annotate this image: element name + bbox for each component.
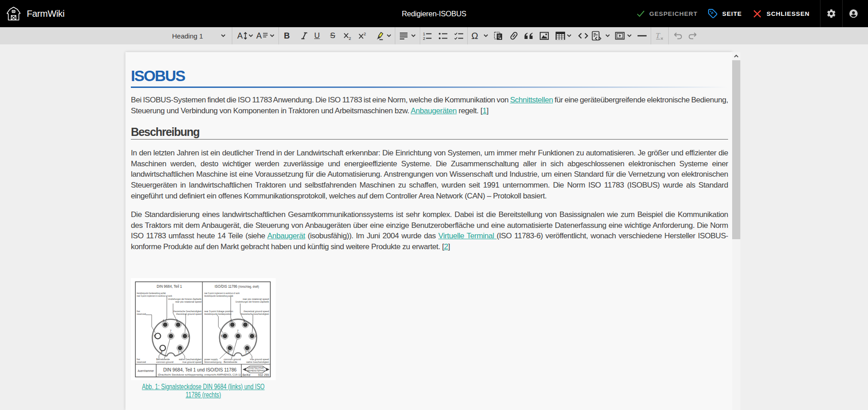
svg-text:3: 3 bbox=[176, 319, 178, 322]
svg-text:7: 7 bbox=[237, 329, 239, 333]
svg-text:ISO/DIS 11786: ISO/DIS 11786 bbox=[215, 284, 237, 289]
svg-text:common ground: common ground bbox=[224, 358, 241, 361]
svg-text:Betriebserde: Betriebserde bbox=[224, 361, 237, 363]
svg-text:true ground speed: true ground speed bbox=[182, 361, 201, 363]
svg-text:true ground speed: true ground speed bbox=[250, 358, 269, 361]
svg-text:2: 2 bbox=[349, 36, 351, 41]
svg-text:1: 1 bbox=[423, 32, 425, 36]
svg-text:T: T bbox=[656, 31, 661, 40]
svg-text:Heckdreipunkt-Geräteposition: Heckdreipunkt-Geräteposition bbox=[204, 313, 231, 315]
svg-text:Auernhammer: Auernhammer bbox=[138, 369, 154, 372]
svg-text:rear 3-point implement in-work: rear 3-point implement in-work/out of wo… bbox=[137, 294, 172, 297]
svg-text:4: 4 bbox=[163, 319, 164, 322]
svg-text:3: 3 bbox=[244, 319, 245, 322]
svg-text:5: 5 bbox=[154, 334, 156, 338]
svg-text:wahre Geschwindigkeit: wahre Geschwindigkeit bbox=[179, 358, 202, 361]
svg-text:wahre Geschwindigkeit: wahre Geschwindigkeit bbox=[246, 361, 269, 363]
svg-text:Umdrehungen der hinteren Zapfw: Umdrehungen der hinteren Zapfwelle bbox=[235, 300, 269, 303]
svg-text:Stromversorgung: Stromversorgung bbox=[204, 361, 221, 363]
svg-text:1: 1 bbox=[178, 351, 180, 354]
svg-text:2: 2 bbox=[364, 31, 366, 36]
svg-text:theoretische Geschwindigkeit: theoretische Geschwindigkeit bbox=[241, 313, 269, 315]
svg-text:reserved: reserved bbox=[137, 313, 146, 315]
svg-text:(Draufsicht Steckdose schlep: (Draufsicht Steckdose schlepperseitig; e… bbox=[158, 373, 241, 376]
svg-text:5: 5 bbox=[221, 334, 223, 338]
svg-text:2: 2 bbox=[255, 334, 257, 338]
svg-text:common ground: common ground bbox=[156, 361, 173, 363]
svg-text:power supply: power supply bbox=[204, 358, 218, 361]
svg-text:WEIHENSTEPHAN: WEIHENSTEPHAN bbox=[247, 370, 265, 372]
svg-text:rear pto rotational speed: rear pto rotational speed bbox=[175, 300, 201, 303]
svg-text:Be/Ke: Be/Ke bbox=[243, 373, 251, 376]
svg-text:7: 7 bbox=[170, 329, 172, 333]
svg-text:LANDTECHNIK: LANDTECHNIK bbox=[248, 367, 264, 369]
svg-text:Heckdreipunkt-Gerätestellung a: Heckdreipunkt-Gerätestellung auf/ab bbox=[204, 294, 233, 297]
svg-text:932 255: 932 255 bbox=[258, 373, 269, 376]
svg-text:2: 2 bbox=[423, 36, 425, 41]
svg-text:reserved: reserved bbox=[137, 361, 146, 363]
svg-text:frei: frei bbox=[137, 358, 140, 361]
svg-text:6: 6 bbox=[228, 351, 230, 354]
svg-text:(Vorschlag, draft): (Vorschlag, draft) bbox=[238, 285, 259, 289]
svg-text:DIN 9684, Teil 1 und ISO/: DIN 9684, Teil 1 und ISO/DIS 11786 bbox=[163, 367, 237, 372]
svg-text:Betriebserde: Betriebserde bbox=[156, 358, 170, 361]
svg-text:1: 1 bbox=[245, 351, 247, 354]
svg-text:theoretical ground speed: theoretical ground speed bbox=[176, 313, 201, 315]
svg-text:DIN 9684, Teil 1: DIN 9684, Teil 1 bbox=[157, 284, 182, 289]
svg-text:2: 2 bbox=[188, 334, 190, 338]
